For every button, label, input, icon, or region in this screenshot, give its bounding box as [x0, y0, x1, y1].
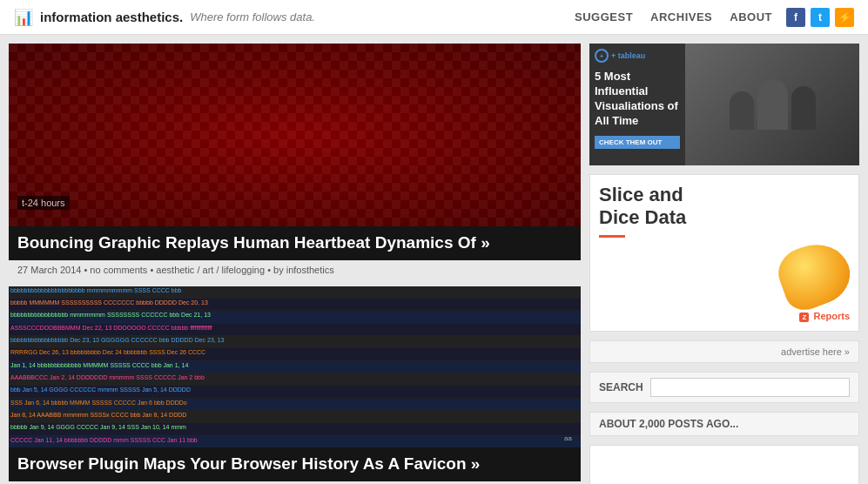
xml-notice: No images found in .XML-file.: [589, 445, 859, 484]
article2-title-bar: Browser Plugin Maps Your Browser History…: [9, 447, 581, 481]
about-posts-heading: ABOUT 2,000 POSTS AGO...: [589, 412, 859, 436]
hero-article-title: Bouncing Graphic Replays Human Heartbeat…: [17, 233, 572, 253]
hero-title-bar: Bouncing Graphic Replays Human Heartbeat…: [9, 226, 581, 260]
pixel-visualization: bbbbbbbbbbbbbbbbbbbbbb mmmmmmmmm SSSS CC…: [9, 286, 581, 447]
main-nav: SUGGEST ARCHIVES ABOUT: [575, 10, 772, 24]
tableau-logo-icon: +: [595, 49, 609, 63]
content-area: t-24 hours Bouncing Graphic Replays Huma…: [9, 44, 581, 484]
search-input[interactable]: [650, 378, 850, 397]
tableau-ad[interactable]: + + tableau 5 Most Influential Visualiat…: [589, 44, 859, 165]
article2-meta: 24 March 2014 • no comments • aesthetic …: [9, 481, 581, 484]
article2-title: Browser Plugin Maps Your Browser History…: [17, 454, 572, 474]
search-label: SEARCH: [599, 381, 643, 393]
advertise-link[interactable]: advertise here »: [589, 340, 859, 363]
tableau-headline: 5 Most Influential Visualiations of All …: [595, 70, 680, 129]
header: 📊 information aesthetics. Where form fol…: [0, 0, 868, 35]
tableau-cta-button[interactable]: CHECK THEM OUT: [595, 136, 680, 149]
site-logo[interactable]: information aesthetics.: [40, 10, 183, 24]
mango-image: [771, 234, 858, 315]
rss-icon[interactable]: ⚡: [835, 8, 854, 27]
logo-tagline: Where form follows data.: [190, 10, 315, 24]
hero-thumbnail: t-24 hours: [9, 44, 581, 226]
hero-article-meta: 27 March 2014 • no comments • aesthetic …: [9, 260, 581, 279]
facebook-icon[interactable]: f: [786, 8, 805, 27]
tableau-logo: + + tableau: [595, 49, 680, 63]
slice-dice-ad[interactable]: Slice andDice Data Z Reports: [589, 174, 859, 332]
article2[interactable]: bbbbbbbbbbbbbbbbbbbbbb mmmmmmmmm SSSS CC…: [9, 286, 581, 484]
archives-nav[interactable]: ARCHIVES: [650, 10, 712, 24]
about-nav[interactable]: ABOUT: [730, 10, 772, 24]
main-container: t-24 hours Bouncing Graphic Replays Huma…: [0, 35, 868, 484]
twitter-icon[interactable]: t: [811, 8, 830, 27]
search-bar: SEARCH: [589, 372, 859, 403]
hero-article[interactable]: t-24 hours Bouncing Graphic Replays Huma…: [9, 44, 581, 279]
sidebar: + + tableau 5 Most Influential Visualiat…: [589, 44, 859, 484]
social-icons: f t ⚡: [786, 8, 854, 27]
time-badge: t-24 hours: [17, 196, 70, 210]
logo-area: 📊 information aesthetics. Where form fol…: [14, 8, 575, 27]
tableau-right: [685, 44, 859, 165]
suggest-nav[interactable]: SUGGEST: [575, 10, 633, 24]
slice-underline: [599, 235, 625, 238]
bar-chart-icon: 📊: [14, 8, 33, 27]
article2-thumbnail: bbbbbbbbbbbbbbbbbbbbbb mmmmmmmmm SSSS CC…: [9, 286, 581, 447]
tableau-image: [685, 44, 859, 165]
tableau-left: + + tableau 5 Most Influential Visualiat…: [589, 44, 685, 165]
zoho-reports-logo: Z Reports: [799, 311, 850, 322]
slice-title: Slice andDice Data: [599, 184, 686, 230]
